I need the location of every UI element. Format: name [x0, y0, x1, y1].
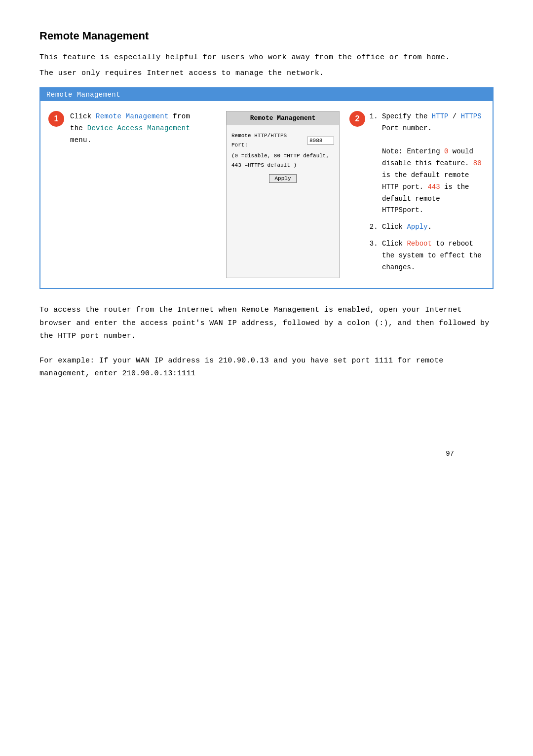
- body-paragraph-2: For example: If your WAN IP address is 2…: [39, 355, 494, 381]
- four-forty-three-value: 443: [427, 183, 440, 191]
- page-number: 97: [0, 450, 454, 458]
- http-link: HTTP: [432, 112, 449, 120]
- step1-text-before: Click: [70, 112, 96, 120]
- mock-ui-port-row: Remote HTTP/HTTPS Port:: [231, 131, 334, 149]
- step2-item1: Specify the HTTP / HTTPS Port number. No…: [382, 111, 485, 216]
- diagram-box: Remote Management 1 Click Remote Managem…: [39, 87, 494, 289]
- right-panel: Remote Management Remote HTTP/HTTPS Port…: [226, 111, 485, 278]
- step1-link-remote-management: Remote Management: [96, 112, 169, 120]
- step2-item2: Click Apply.: [382, 221, 485, 233]
- diagram-body: 1 Click Remote Management fromthe Device…: [40, 101, 493, 288]
- mock-ui-panel: Remote Management Remote HTTP/HTTPS Port…: [226, 111, 340, 278]
- step2-list: Specify the HTTP / HTTPS Port number. No…: [382, 111, 485, 273]
- step2-area: 2 Specify the HTTP / HTTPS Port number. …: [349, 111, 485, 278]
- mock-ui-apply-button[interactable]: Apply: [269, 174, 296, 183]
- intro-line-1: This feature is especially helpful for u…: [39, 51, 494, 64]
- reboot-link: Reboot: [407, 240, 431, 248]
- body-paragraph-1: To access the router from the Internet w…: [39, 304, 494, 343]
- intro-line-2: The user only requires Internet access t…: [39, 67, 494, 80]
- apply-link: Apply: [407, 223, 427, 231]
- step2-item3: Click Reboot to reboot the system to eff…: [382, 238, 485, 273]
- mock-ui-port-input[interactable]: [307, 137, 334, 144]
- mock-ui-hint: (0 =disable, 80 =HTTP default, 443 =HTTP…: [231, 151, 334, 170]
- mock-ui-button-row: Apply: [231, 174, 334, 183]
- step1-circle: 1: [48, 111, 64, 127]
- diagram-header: Remote Management: [40, 88, 493, 101]
- zero-value: 0: [444, 147, 448, 155]
- step1-text-after: menu.: [70, 136, 91, 144]
- step1-area: 1 Click Remote Management fromthe Device…: [48, 111, 216, 278]
- step2-circle: 2: [349, 111, 365, 127]
- eighty-value: 80: [473, 159, 482, 167]
- step1-text: Click Remote Management fromthe Device A…: [70, 111, 190, 146]
- step1-link-device-access: Device Access Management: [87, 124, 190, 132]
- mock-ui-port-label: Remote HTTP/HTTPS Port:: [231, 131, 304, 149]
- mock-ui-body: Remote HTTP/HTTPS Port: (0 =disable, 80 …: [227, 125, 339, 189]
- https-link: HTTPS: [461, 112, 482, 120]
- mock-ui-title: Remote Management: [227, 111, 339, 125]
- step2-content: Specify the HTTP / HTTPS Port number. No…: [372, 111, 485, 278]
- page-title: Remote Management: [39, 30, 494, 42]
